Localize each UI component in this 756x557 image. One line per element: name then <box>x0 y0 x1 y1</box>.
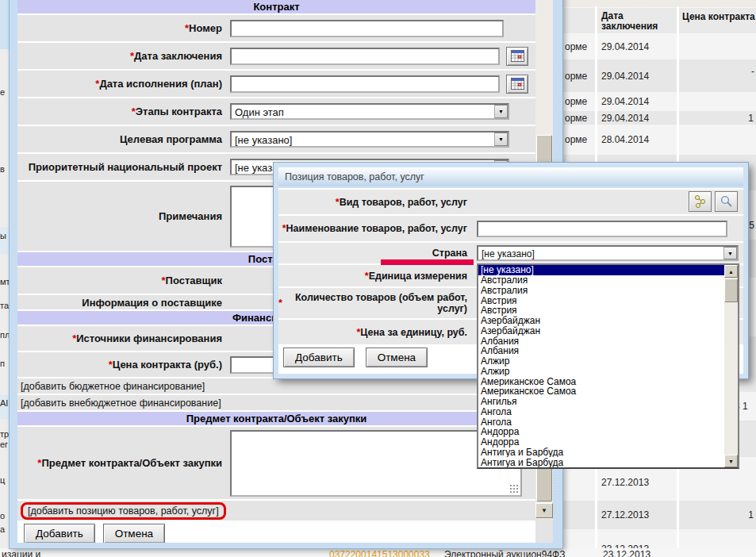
dropdown-scrollbar-thumb[interactable] <box>724 278 738 302</box>
date-signed-input[interactable] <box>230 48 500 65</box>
bg-text-fragment: пл <box>0 330 10 340</box>
add-position-row: [добавить позицию товаров, работ, услуг] <box>17 501 535 521</box>
search-icon <box>720 194 734 209</box>
dialog-row-country: *Страна [не указано] ▼ <box>278 243 743 263</box>
add-position-link[interactable]: [добавить позицию товаров, работ, услуг] <box>21 502 226 520</box>
table-row[interactable]: 27.12.2013 1 <box>563 501 756 529</box>
column-header-date: Дата заключения <box>601 11 674 32</box>
dropdown-option[interactable]: Алжир <box>478 367 724 377</box>
chevron-down-icon[interactable]: ▼ <box>723 247 737 259</box>
section-header-subject: Предмет контракта/Объект закупки <box>17 412 535 425</box>
registry-number-link[interactable]: 0372200141513000033 <box>329 549 430 557</box>
cell-date: 29.04.2014 <box>601 41 649 52</box>
column-header-price: Цена контракта <box>682 11 755 22</box>
label-country: *Страна <box>278 243 474 263</box>
bg-text-fragment: АІ <box>0 398 8 408</box>
dropdown-option[interactable]: Албания <box>478 336 724 346</box>
form-row-date-signed: *Дата заключения <box>17 43 535 69</box>
table-row[interactable]: орме 29.04.2014 - <box>563 60 756 92</box>
resize-grip-icon[interactable] <box>509 484 519 494</box>
scrollbar-footer-gap <box>535 519 553 543</box>
label-subject: *Предмет контракта/Объект закупки <box>17 427 227 499</box>
cell-date: 29.04.2014 <box>601 113 649 124</box>
classifier-tree-button[interactable] <box>689 191 712 212</box>
dialog-add-button[interactable]: Добавить <box>283 348 355 367</box>
dropdown-option[interactable]: Австралия <box>478 286 724 296</box>
cell-date: 27.12.2013 <box>601 477 649 488</box>
dialog-row-kind: *Вид товаров, работ, услуг <box>278 190 743 214</box>
cancel-button[interactable]: Отмена <box>103 524 165 543</box>
dropdown-option[interactable]: Австралия <box>478 275 724 286</box>
dropdown-option[interactable]: Антигуа и Барбуда <box>478 457 724 467</box>
label-funding-sources: *Источники финансирования <box>17 326 227 351</box>
label-date-signed: *Дата заключения <box>17 43 227 69</box>
form-button-row: Добавить Отмена <box>17 524 535 543</box>
search-button[interactable] <box>715 191 738 212</box>
date-execution-calendar-button[interactable] <box>506 75 528 94</box>
label-supplier: *Поставщик <box>17 267 227 294</box>
country-select-value: [не указано] <box>482 248 535 259</box>
country-select[interactable]: [не указано] ▼ <box>477 245 739 261</box>
bg-text-fragment: е <box>0 87 5 97</box>
add-extrabudget-financing-link[interactable]: [добавить внебюджетное финансирование] <box>17 395 535 410</box>
dropdown-scroll-up-button[interactable]: ▲ <box>724 265 738 278</box>
dropdown-option[interactable]: Ангола <box>478 417 724 427</box>
calendar-icon <box>511 50 524 62</box>
form-row-target-program: Целевая программа [не указано] ▼ <box>17 126 535 152</box>
bg-text-fragment: ы <box>0 231 6 240</box>
cell-cut-text: орме <box>565 71 587 82</box>
dropdown-option[interactable]: Антигуа и Барбуда <box>478 448 724 458</box>
add-budget-financing-link[interactable]: [добавить бюджетное финансирование] <box>17 378 535 394</box>
cell-fragment: 5 <box>749 220 754 231</box>
calendar-icon <box>511 78 524 90</box>
form-row-subject: *Предмет контракта/Объект закупки <box>17 427 535 499</box>
date-signed-calendar-button[interactable] <box>506 47 528 66</box>
dropdown-option[interactable]: Американское Самоа <box>478 376 724 386</box>
dropdown-option[interactable]: Ангилья <box>478 397 724 407</box>
bg-cut-text: изации и <box>2 549 40 557</box>
dropdown-option[interactable]: Американское Самоа <box>478 386 724 397</box>
date-execution-input[interactable] <box>230 75 500 93</box>
position-dialog-titlebar[interactable]: Позиция товаров, работ, услуг <box>278 167 743 186</box>
label-notes: Примечания <box>17 182 227 251</box>
chevron-down-icon[interactable]: ▼ <box>494 105 508 118</box>
dropdown-scroll-down-button[interactable]: ▼ <box>724 455 738 467</box>
chevron-down-icon[interactable]: ▼ <box>494 133 508 146</box>
stages-select[interactable]: Один этап ▼ <box>230 103 509 120</box>
dialog-cancel-button[interactable]: Отмена <box>366 348 428 367</box>
scrollbar-down-button[interactable]: ▼ <box>535 503 553 518</box>
table-top-scroll-track <box>563 0 756 7</box>
target-program-select-value: [не указано] <box>235 134 292 146</box>
dropdown-option[interactable]: Албания <box>478 346 724 356</box>
position-dialog-title: Позиция товаров, работ, услуг <box>285 171 424 182</box>
bg-text-fragment: в <box>0 164 5 174</box>
dropdown-scrollbar[interactable]: ▲ ▼ <box>724 265 738 467</box>
section-header-contract: Контракт <box>17 0 535 13</box>
table-row[interactable]: орме 28.04.2014 <box>563 126 756 153</box>
table-row[interactable]: орме 29.04.2014 1 <box>563 111 756 125</box>
table-header-row: Дата заключения Цена контракта <box>563 8 756 33</box>
cell-price: 1 <box>748 509 754 521</box>
screen: е в ы мт та пл п АІ тр ег ц о а Дата зак… <box>0 0 756 557</box>
label-unit: *Единица измерения <box>278 265 474 286</box>
dropdown-option[interactable]: Алжир <box>478 356 724 367</box>
dropdown-option[interactable]: Австрия <box>478 295 724 305</box>
target-program-select[interactable]: [не указано] ▼ <box>230 131 509 148</box>
dropdown-option[interactable]: Азербайджан <box>478 316 724 326</box>
dropdown-option[interactable]: Азербайджан <box>478 326 724 336</box>
number-input[interactable] <box>230 20 504 37</box>
table-row[interactable]: орме 29.04.2014 <box>563 35 756 58</box>
dropdown-option[interactable]: Андорра <box>478 427 724 437</box>
bg-text-fragment: мт <box>0 277 10 286</box>
form-row-stages: *Этапы контракта Один этап ▼ <box>17 98 535 125</box>
dropdown-option[interactable]: Андорра <box>478 437 724 448</box>
cell-cut-text: орме <box>565 134 587 145</box>
dropdown-option[interactable]: Ангола <box>478 407 724 417</box>
dropdown-option[interactable]: Австрия <box>478 305 724 316</box>
bg-text-fragment: ц <box>0 475 5 485</box>
tree-icon <box>693 194 708 209</box>
table-row[interactable]: орме 29.04.2014 <box>563 94 756 109</box>
save-button[interactable]: Добавить <box>24 524 95 543</box>
dropdown-option-selected[interactable]: [не указано] <box>478 265 724 275</box>
name-input[interactable] <box>477 221 727 237</box>
